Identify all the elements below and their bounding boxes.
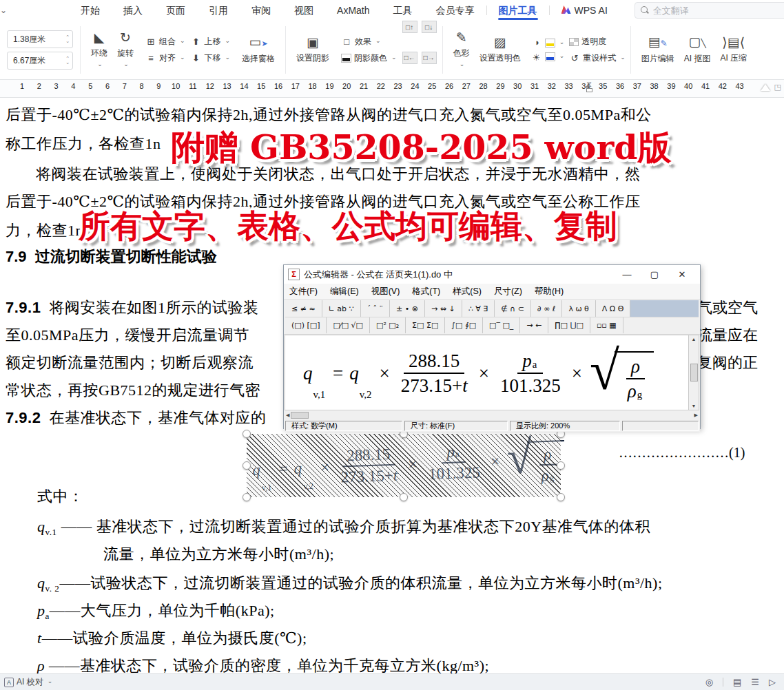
resize-handle-se[interactable] <box>557 493 565 501</box>
right-margin-marker[interactable] <box>761 84 770 91</box>
color-button[interactable]: ✎ 色彩 <box>448 28 475 72</box>
outline-view-icon[interactable]: ☰ <box>751 677 759 687</box>
menu-edit[interactable]: 编辑(E) <box>330 286 359 297</box>
search-box[interactable] <box>635 2 784 19</box>
tab-wps-ai[interactable]: WPS AI <box>550 0 619 21</box>
symbol-palette-button[interactable]: (□) [□] <box>285 317 327 333</box>
resize-handle-nw[interactable] <box>243 430 251 438</box>
set-transparent-color-button[interactable]: ▨ 设置透明色 <box>475 33 526 67</box>
autoplay-icon[interactable]: ▷ <box>769 677 776 687</box>
menu-help[interactable]: 帮助(H) <box>535 286 564 297</box>
width-stepper-icon[interactable]: ⌃⌄ <box>65 56 70 65</box>
tab-insert[interactable]: 插入 <box>112 0 154 21</box>
tab-tools[interactable]: 工具 <box>382 0 424 21</box>
ai-compress-button[interactable]: ⟩▤⟨ AI 压缩 <box>715 33 752 67</box>
menu-file[interactable]: 文件(F) <box>289 286 318 297</box>
tab-picture-tools[interactable]: 图片工具 <box>487 0 549 21</box>
symbol-palette-button[interactable]: λ ω θ <box>562 300 595 317</box>
width-spinner[interactable]: 6.67厘米 ⌃⌄ <box>7 52 73 70</box>
tab-review[interactable]: 审阅 <box>240 0 282 21</box>
menu-size[interactable]: 尺寸(Z) <box>494 286 522 297</box>
transparency-button[interactable]: 透明度 <box>569 36 626 48</box>
symbol-palette-button[interactable]: ∉ ∩ ⊂ <box>495 300 531 317</box>
symbol-palette-button[interactable]: ∫□ ∮□ <box>445 317 483 333</box>
symbol-palette-button[interactable]: Λ Ω Θ <box>596 300 631 317</box>
height-stepper-icon[interactable]: ⌃⌄ <box>65 35 70 43</box>
horizontal-ruler[interactable]: 1234567891011121314151617181920212223242… <box>0 80 784 98</box>
menu-format[interactable]: 格式(T) <box>412 286 440 297</box>
symbol-palette-button[interactable]: Σ□ Σ□ <box>406 317 445 333</box>
brightness-button[interactable]: ☀ <box>531 52 542 63</box>
group-button[interactable]: ⊞ 组合 <box>145 36 185 48</box>
symbol-palette-button[interactable]: ∟ ab ∵ <box>322 300 361 317</box>
image-edit-button[interactable]: ▤✎ 图片编辑 <box>637 32 679 67</box>
shadow-color-button[interactable]: 阴影颜色 <box>341 52 397 64</box>
nudge-shadow-right-button[interactable]: □→ <box>422 52 437 64</box>
page-view-icon[interactable]: ▤ <box>733 677 741 687</box>
scrollbar-thumb[interactable] <box>291 412 309 419</box>
collapse-toolbar-icon[interactable]: ⌄ <box>0 6 7 15</box>
ai-matting-button[interactable]: ▢╲ AI 抠图 <box>679 32 716 67</box>
word-count-icon[interactable]: ◎ <box>705 677 713 687</box>
resize-handle-s[interactable] <box>400 493 408 501</box>
close-icon[interactable]: ✕ <box>668 269 696 280</box>
border-color-button[interactable] <box>545 52 565 61</box>
maximize-icon[interactable]: ▢ <box>641 269 668 280</box>
symbol-palette-button[interactable]: □² □₂ <box>370 317 406 333</box>
equation-editor-window[interactable]: Σ 公式编辑器 - 公式在 活页夹1(1).do 中 — ▢ ✕ 文件(F) 编… <box>283 264 701 429</box>
height-spinner[interactable]: 1.38厘米 ⌃⌄ <box>7 30 73 48</box>
symbol-palette-button[interactable]: ≤ ≠ ≈ <box>285 300 322 317</box>
resize-handle-e[interactable] <box>557 461 565 470</box>
symbol-palette-button[interactable]: → ⇔ ↓ <box>425 300 462 317</box>
scrollbar-thumb[interactable] <box>690 364 698 381</box>
reset-style-button[interactable]: ↺ 重设样式 <box>569 52 626 64</box>
menu-view[interactable]: 视图(V) <box>371 286 400 297</box>
scroll-right-icon[interactable]: ▶ <box>694 412 698 418</box>
ai-proofread-button[interactable]: A AI 校对 <box>4 676 52 688</box>
tab-view[interactable]: 视图 <box>282 0 325 21</box>
minimize-icon[interactable]: — <box>613 269 641 280</box>
nudge-shadow-down-button[interactable]: □↓ <box>422 21 437 33</box>
symbol-palette-button[interactable]: ∴ ∀ ∃ <box>462 300 495 317</box>
contrast-button[interactable]: ◑ <box>531 37 542 48</box>
scroll-left-icon[interactable]: ◀ <box>286 412 289 418</box>
selected-equation-object[interactable]: qv,1 = qv,2 × 288.15273.15+t × pa101.325… <box>247 434 561 497</box>
symbol-palette-button[interactable]: ∂ ∞ ℓ <box>531 300 562 317</box>
menu-style[interactable]: 样式(S) <box>453 286 482 297</box>
symbol-palette-button[interactable]: → ← <box>520 317 548 333</box>
symbol-palette-button[interactable]: ▫▫ ▦ <box>590 317 623 333</box>
equation-editor-titlebar[interactable]: Σ 公式编辑器 - 公式在 活页夹1(1).do 中 — ▢ ✕ <box>284 265 700 284</box>
highlight-color-button[interactable] <box>545 39 565 48</box>
resize-handle-sw[interactable] <box>243 493 251 501</box>
bring-forward-button[interactable]: ⬆ 上移 <box>191 36 231 48</box>
symbol-palette-button[interactable]: ´ ˆ ¨ <box>361 300 391 317</box>
effect-button[interactable]: □ 效果 <box>341 36 397 48</box>
horizontal-scrollbar[interactable]: ◀ ▶ <box>285 410 699 420</box>
tab-page[interactable]: 页面 <box>154 0 197 21</box>
tab-axmath[interactable]: AxMath <box>325 0 381 21</box>
symbol-palette-button[interactable]: ∏□ ⋃□ <box>548 317 590 333</box>
symbol-palette-button[interactable]: ± • ⊗ <box>390 300 425 317</box>
resize-handle-w[interactable] <box>243 461 251 470</box>
search-input[interactable] <box>653 6 784 16</box>
rotate-button[interactable]: ↻ 旋转 <box>112 28 138 72</box>
symbol-palette-button[interactable]: □⁄□ √□ <box>327 317 370 333</box>
scroll-up-icon[interactable]: ▲ <box>692 337 697 342</box>
send-backward-button[interactable]: ⬇ 下移 <box>191 52 231 64</box>
align-button[interactable]: ≡ 对齐 <box>145 52 185 64</box>
indent-marker[interactable]: ⧖ <box>585 81 593 92</box>
nudge-shadow-left-button[interactable]: □← <box>402 52 417 64</box>
def-dash: —— <box>50 602 81 619</box>
tab-reference[interactable]: 引用 <box>197 0 240 21</box>
vertical-scrollbar[interactable]: ▲ ▼ <box>688 335 699 410</box>
selection-pane-button[interactable]: ▭➤ 选择窗格 <box>237 32 280 67</box>
scroll-down-icon[interactable]: ▼ <box>692 404 697 408</box>
symbol-palette-button[interactable]: □‾ □_ <box>483 317 520 333</box>
equation-canvas[interactable]: qv,1 = qv,2 × 288.15273.15+t × pa101.325… <box>285 335 699 410</box>
nudge-shadow-up-button[interactable]: □↑ <box>402 21 417 33</box>
tab-member[interactable]: 会员专享 <box>424 0 486 21</box>
wrap-button[interactable]: ◣ 环绕 <box>86 28 112 72</box>
set-shadow-button[interactable]: ▣ 设置阴影 <box>291 33 334 67</box>
tab-home[interactable]: 开始 <box>69 0 112 21</box>
menu-tabs: 开始 插入 页面 引用 审阅 视图 AxMath 工具 会员专享 图片工具 WP… <box>69 0 619 21</box>
